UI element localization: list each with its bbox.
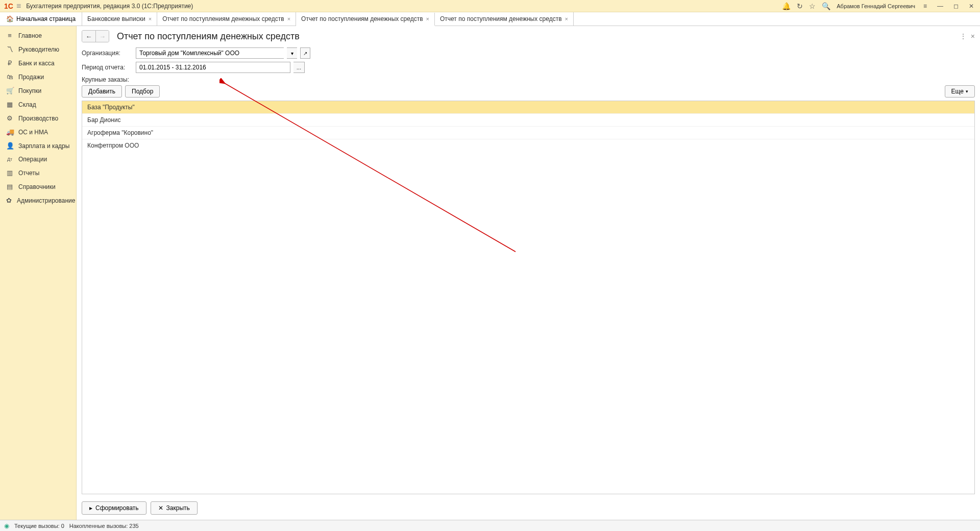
forward-button[interactable]: → [95, 31, 109, 42]
select-button[interactable]: Подбор [125, 85, 160, 98]
tab-label: Отчет по поступлениям денежных средств [162, 15, 284, 22]
list-icon: ≡ [6, 32, 13, 39]
period-label: Период отчета: [82, 64, 133, 71]
section-label: Крупные заказы: [82, 76, 975, 83]
truck-icon: 🚚 [6, 128, 13, 136]
period-row: Период отчета: … [82, 62, 975, 73]
tab-0[interactable]: Банковские выписки × [82, 12, 157, 26]
dropdown-icon[interactable]: ▾ [287, 47, 297, 59]
period-picker-button[interactable]: … [293, 62, 305, 73]
cart-icon: 🛒 [6, 87, 13, 94]
bars-icon: ▥ [6, 169, 13, 177]
nav-buttons: ← → [82, 30, 109, 42]
close-icon[interactable]: × [287, 16, 290, 22]
sidebar-item-label: Покупки [18, 87, 41, 94]
sidebar-item-label: Операции [18, 156, 47, 163]
sidebar-item-label: Продажи [18, 74, 44, 81]
page-title: Отчет по поступлениям денежных средств [117, 31, 300, 42]
org-input[interactable] [136, 47, 284, 59]
home-tab[interactable]: 🏠 Начальная страница [0, 12, 82, 26]
sidebar-item-sales[interactable]: 🛍Продажи [0, 70, 76, 84]
minimize-icon[interactable]: — [935, 3, 945, 10]
list-item[interactable]: Агроферма "Коровино" [82, 126, 974, 139]
sidebar-item-hr[interactable]: 👤Зарплата и кадры [0, 139, 76, 153]
search-icon[interactable]: 🔍 [822, 2, 830, 10]
close-button-label: Закрыть [166, 504, 190, 512]
sidebar-item-main[interactable]: ≡Главное [0, 29, 76, 42]
tabs-row: 🏠 Начальная страница Банковские выписки … [0, 12, 980, 26]
sidebar-item-production[interactable]: ⚙Производство [0, 111, 76, 125]
sidebar-item-label: Зарплата и кадры [18, 142, 69, 150]
status-bar: ◉ Текущие вызовы: 0 Накопленные вызовы: … [0, 520, 980, 531]
sidebar-item-label: Главное [18, 32, 42, 39]
list-item[interactable]: Бар Дионис [82, 113, 974, 126]
content-header: ← → Отчет по поступлениям денежных средс… [82, 30, 975, 42]
sidebar-item-label: Справочники [18, 183, 56, 190]
title-bar: 1C ≡ Бухгалтерия предприятия, редакция 3… [0, 0, 980, 12]
box-icon: ▦ [6, 101, 13, 108]
accumulated-calls: Накопленные вызовы: 235 [69, 523, 139, 529]
sidebar-item-admin[interactable]: ✿Администрирование [0, 194, 76, 207]
tab-3[interactable]: Отчет по поступлениям денежных средств × [435, 12, 574, 26]
menu-dots-icon[interactable]: ≡ [921, 3, 929, 10]
title-icons: 🔔 ↻ ☆ 🔍 Абрамов Геннадий Сергеевич ≡ — ◻… [782, 2, 976, 10]
sidebar-item-assets[interactable]: 🚚ОС и НМА [0, 125, 76, 139]
generate-button-label: Сформировать [95, 504, 139, 512]
star-icon[interactable]: ☆ [809, 2, 816, 10]
sidebar-item-purchases[interactable]: 🛒Покупки [0, 84, 76, 98]
close-icon[interactable]: × [565, 16, 568, 22]
tab-1[interactable]: Отчет по поступлениям денежных средств × [157, 12, 296, 26]
status-icon: ◉ [4, 522, 9, 529]
list-item[interactable]: Конфетпром ООО [82, 139, 974, 152]
home-tab-label: Начальная страница [16, 15, 76, 22]
sidebar-item-label: ОС и НМА [18, 129, 48, 136]
content: ← → Отчет по поступлениям денежных средс… [77, 26, 980, 520]
person-icon: 👤 [6, 142, 13, 150]
more-button-label: Еще [951, 88, 964, 95]
bag-icon: 🛍 [6, 73, 13, 81]
sidebar-item-reports[interactable]: ▥Отчеты [0, 166, 76, 180]
close-button[interactable]: ✕ Закрыть [151, 501, 198, 515]
gear-icon: ✿ [6, 197, 12, 204]
factory-icon: ⚙ [6, 114, 13, 122]
close-window-icon[interactable]: ✕ [967, 3, 976, 10]
orders-list[interactable]: База "Продукты" Бар Дионис Агроферма "Ко… [82, 101, 975, 494]
period-input[interactable] [136, 62, 290, 73]
tab-label: Отчет по поступлениям денежных средств [440, 15, 562, 22]
back-button[interactable]: ← [82, 31, 95, 42]
app-logo: 1C [4, 2, 13, 10]
username[interactable]: Абрамов Геннадий Сергеевич [837, 3, 915, 9]
close-icon[interactable]: × [149, 16, 152, 22]
play-icon: ▸ [89, 504, 92, 512]
home-icon: 🏠 [6, 15, 14, 22]
kebab-icon[interactable]: ⋮ [960, 32, 967, 40]
sidebar-item-bank[interactable]: ₽Банк и касса [0, 56, 76, 70]
sidebar-item-catalogs[interactable]: ▤Справочники [0, 180, 76, 194]
sidebar-item-warehouse[interactable]: ▦Склад [0, 98, 76, 111]
main-menu-icon[interactable]: ≡ [16, 2, 21, 11]
generate-button[interactable]: ▸ Сформировать [82, 501, 146, 515]
add-button[interactable]: Добавить [82, 85, 122, 98]
list-toolbar: Добавить Подбор Еще [82, 85, 975, 98]
history-icon[interactable]: ↻ [797, 2, 803, 10]
sidebar-item-label: Отчеты [18, 170, 39, 177]
org-label: Организация: [82, 50, 133, 57]
tab-label: Отчет по поступлениям денежных средств [301, 15, 423, 22]
org-row: Организация: ▾ ↗ [82, 47, 975, 59]
list-item[interactable]: База "Продукты" [82, 101, 974, 113]
close-page-icon[interactable]: × [971, 32, 975, 40]
dt-icon: Дт [6, 157, 13, 162]
open-ref-icon[interactable]: ↗ [300, 47, 310, 59]
bell-icon[interactable]: 🔔 [782, 2, 791, 10]
close-icon[interactable]: × [426, 16, 429, 22]
sidebar-item-label: Руководителю [18, 46, 59, 53]
tab-2[interactable]: Отчет по поступлениям денежных средств × [296, 13, 435, 26]
more-button[interactable]: Еще [945, 85, 975, 98]
sidebar-item-label: Администрирование [17, 197, 75, 204]
main: ≡Главное 〽Руководителю ₽Банк и касса 🛍Пр… [0, 26, 980, 520]
sidebar-item-label: Производство [18, 115, 58, 122]
sidebar-item-operations[interactable]: ДтОперации [0, 153, 76, 166]
header-right: ⋮ × [960, 32, 975, 40]
sidebar-item-manager[interactable]: 〽Руководителю [0, 42, 76, 56]
maximize-icon[interactable]: ◻ [951, 3, 961, 10]
